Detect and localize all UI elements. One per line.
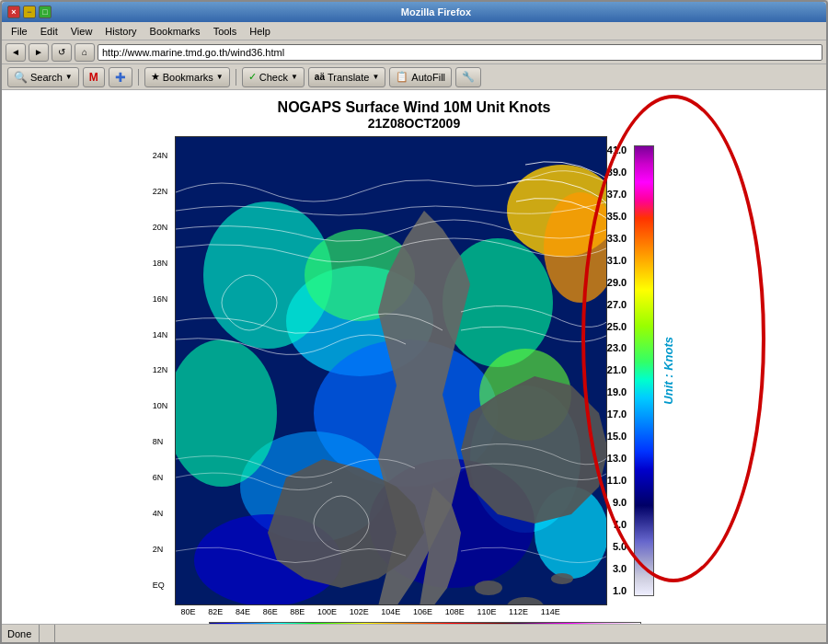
back-button[interactable]: ◄ [6, 43, 26, 62]
wrench-icon: 🔧 [462, 71, 475, 83]
search-label: Search [30, 72, 63, 83]
menu-edit[interactable]: Edit [35, 24, 63, 39]
window-controls[interactable]: × − □ [7, 6, 52, 18]
y-label-6n: 6N [153, 474, 175, 482]
scale-15: 15.0 [607, 431, 627, 442]
translate-label: Translate [328, 72, 369, 83]
scale-25: 25.0 [607, 322, 627, 332]
unit-label: Unit : Knots [661, 337, 675, 405]
autofill-label: AutoFill [411, 72, 445, 83]
scale-labels: 41.0 39.0 37.0 35.0 33.0 31.0 29.0 27.0 … [607, 145, 627, 596]
translate-dropdown-icon[interactable]: ▼ [372, 73, 379, 81]
autofill-icon: 📋 [396, 71, 408, 83]
menu-view[interactable]: View [65, 24, 98, 39]
y-label-24n: 24N [153, 152, 175, 160]
address-bar: ◄ ► ↺ ⌂ http://www.marine.tmd.go.th/wind… [2, 40, 826, 64]
y-label-20n: 20N [153, 224, 175, 232]
translate-icon: aä [315, 72, 325, 82]
scale-27: 27.0 [607, 300, 627, 310]
close-button[interactable]: × [7, 6, 20, 18]
y-label-4n: 4N [153, 510, 175, 518]
separator-2 [236, 69, 236, 86]
x-label-100e: 100E [317, 607, 337, 616]
scale-7: 7.0 [613, 520, 627, 530]
scale-23: 23.0 [607, 343, 627, 353]
x-label-84e: 84E [236, 607, 250, 616]
status-bar: Done [2, 624, 826, 642]
scale-3: 3.0 [613, 564, 627, 574]
scale-21: 21.0 [607, 365, 627, 375]
search-dropdown-icon[interactable]: ▼ [65, 73, 73, 81]
svg-point-15 [475, 581, 502, 595]
autofill-button[interactable]: 📋 AutoFill [389, 67, 452, 87]
gmail-button[interactable]: M [83, 67, 105, 87]
x-label-110e: 110E [477, 607, 496, 616]
scale-5: 5.0 [613, 542, 627, 552]
window-title: Mozilla Firefox [52, 6, 821, 17]
bookmarks-icon: ★ [151, 71, 160, 83]
bookmarks-dropdown-icon[interactable]: ▼ [216, 73, 224, 81]
bookmarks-label: Bookmarks [163, 72, 213, 83]
y-label-22n: 22N [153, 188, 175, 196]
check-label: Check [259, 72, 288, 83]
x-label-86e: 86E [263, 607, 278, 616]
x-label-108e: 108E [445, 607, 465, 616]
x-label-114e: 114E [541, 607, 560, 616]
browser-window: × − □ Mozilla Firefox File Edit View His… [0, 0, 828, 644]
menu-tools[interactable]: Tools [208, 24, 243, 39]
y-label-14n: 14N [153, 331, 175, 339]
bottom-scale-bar [209, 622, 641, 624]
map-legend-container: 24N 22N 20N 18N 16N 14N 12N 10N 8N 6N 4N… [153, 136, 675, 624]
address-field[interactable]: http://www.marine.tmd.go.th/wind36.html [98, 44, 822, 61]
separator-1 [138, 69, 139, 86]
y-label-16n: 16N [153, 295, 175, 304]
wind-map [175, 136, 607, 605]
menu-bar: File Edit View History Bookmarks Tools H… [2, 22, 826, 40]
scale-31: 31.0 [607, 256, 627, 266]
scale-39: 39.0 [607, 167, 627, 178]
page-content: NOGAPS Surface Wind 10M Unit Knots 21Z08… [2, 90, 826, 624]
x-label-88e: 88E [290, 607, 305, 616]
reload-button[interactable]: ↺ [52, 43, 72, 62]
scale-33: 33.0 [607, 234, 627, 244]
maximize-button[interactable]: □ [39, 6, 52, 18]
check-dropdown-icon[interactable]: ▼ [291, 73, 298, 81]
color-scale-bar [634, 145, 654, 596]
scale-13: 13.0 [607, 454, 627, 464]
bookmarks-button[interactable]: ★ Bookmarks ▼ [144, 67, 230, 87]
page-subtitle: 21Z08OCT2009 [368, 116, 460, 131]
menu-file[interactable]: File [6, 24, 33, 39]
scale-panel: 41.0 39.0 37.0 35.0 33.0 31.0 29.0 27.0 … [607, 136, 675, 605]
y-label-18n: 18N [153, 259, 175, 268]
y-label-12n: 12N [153, 366, 175, 374]
translate-button[interactable]: aä Translate ▼ [308, 67, 386, 87]
y-label-10n: 10N [153, 402, 175, 410]
x-label-80e: 80E [181, 607, 196, 616]
title-bar: × − □ Mozilla Firefox [2, 2, 826, 22]
check-button[interactable]: ✓ Check ▼ [242, 67, 305, 87]
search-button[interactable]: 🔍 Search ▼ [7, 67, 79, 87]
url-text: http://www.marine.tmd.go.th/wind36.html [102, 47, 284, 58]
x-label-112e: 112E [509, 607, 528, 616]
search-icon: 🔍 [14, 71, 28, 84]
home-button[interactable]: ⌂ [75, 43, 95, 62]
menu-history[interactable]: History [99, 24, 142, 39]
x-axis-labels: 80E 82E 84E 86E 88E 100E 102E 104E 106E … [153, 605, 585, 618]
minimize-button[interactable]: − [23, 6, 36, 18]
status-empty [47, 625, 55, 642]
forward-button[interactable]: ► [29, 43, 49, 62]
plus-button[interactable]: ✚ [109, 67, 132, 87]
scale-19: 19.0 [607, 387, 627, 397]
x-label-102e: 102E [350, 607, 369, 616]
scale-11: 11.0 [607, 476, 627, 486]
wrench-button[interactable]: 🔧 [455, 67, 481, 87]
page-title-main: NOGAPS Surface Wind 10M Unit Knots [278, 99, 551, 116]
menu-bookmarks[interactable]: Bookmarks [144, 24, 206, 39]
gmail-icon: M [89, 71, 98, 84]
scale-9: 9.0 [613, 498, 627, 508]
menu-help[interactable]: Help [244, 24, 276, 39]
y-label-2n: 2N [153, 546, 175, 554]
scale-17: 17.0 [607, 409, 627, 420]
scale-29: 29.0 [607, 278, 627, 288]
x-label-106e: 106E [413, 607, 432, 616]
